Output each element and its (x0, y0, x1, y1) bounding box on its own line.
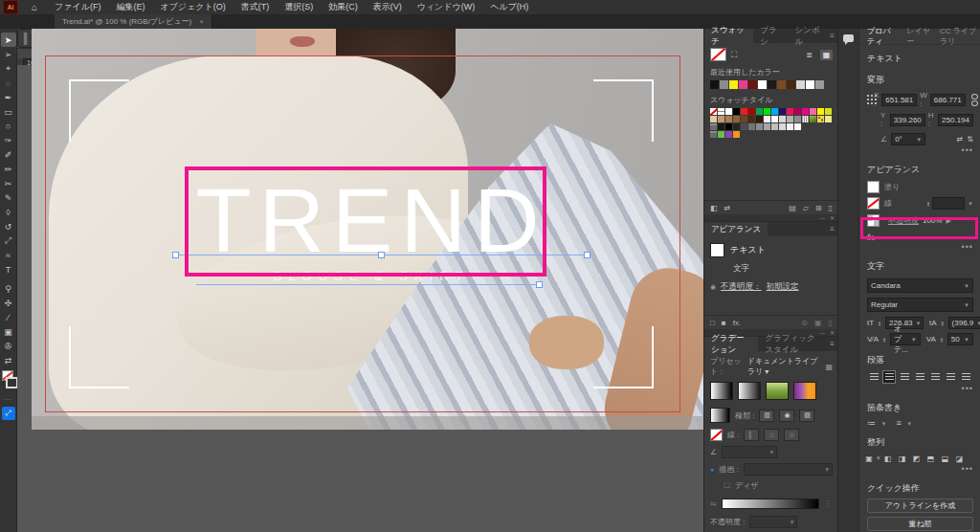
blob-brush-tool[interactable]: ✏ (1, 162, 16, 176)
paragraph-align-button[interactable] (929, 370, 943, 384)
opacity-expand-icon[interactable]: ▶ (946, 217, 950, 225)
angle-select[interactable]: ▾ (722, 446, 777, 458)
pen-tool[interactable]: ✒ (1, 90, 16, 104)
swatch-group-folder-icon[interactable] (710, 131, 717, 138)
gradient-preset-fade-black[interactable] (738, 382, 761, 400)
swatch[interactable] (741, 123, 747, 130)
swatch[interactable] (748, 116, 755, 122)
type-tool[interactable]: T (1, 262, 16, 277)
menu-item[interactable]: ファイル(F) (55, 1, 100, 13)
linear-gradient-button[interactable]: ▥ (759, 410, 774, 422)
swatch[interactable] (815, 80, 824, 89)
rotate-tool[interactable]: ↺ (1, 219, 16, 233)
paragraph-align-button[interactable] (882, 370, 896, 384)
lasso-tool[interactable]: ◌ (1, 76, 16, 90)
swatch[interactable] (718, 123, 724, 130)
ellipse-tool[interactable]: ○ (1, 119, 16, 133)
quick-action-button[interactable]: アウトラインを作成 (867, 499, 973, 513)
swatch[interactable] (787, 108, 793, 115)
stroke-weight-field[interactable] (932, 197, 965, 210)
swatches-tab[interactable]: シンボル (789, 29, 831, 43)
align-button[interactable]: ⬒ (924, 453, 937, 464)
swatch[interactable] (741, 116, 747, 122)
swatch[interactable] (779, 123, 786, 130)
gradient-ramp[interactable] (722, 499, 819, 509)
properties-tab[interactable]: CC ライブラリ (940, 26, 980, 47)
swatch[interactable] (768, 80, 776, 89)
visibility-eye-icon[interactable]: ◉ (710, 283, 716, 291)
preset-library-select[interactable]: ドキュメントライブラリ ▾ (747, 356, 818, 377)
delete-swatch-icon[interactable]: ▯ (829, 204, 833, 212)
new-swatch-icon[interactable]: ⊞ (815, 204, 822, 212)
stroke-along-button[interactable]: ⊙ (764, 429, 779, 441)
swatch[interactable] (771, 108, 778, 115)
grid-view-icon[interactable]: ▦ (820, 50, 833, 60)
knife-tool[interactable]: ✂ (1, 176, 16, 190)
swatches-tab[interactable]: スウォッチ (704, 29, 753, 43)
paragraph-more-icon[interactable]: ••• (867, 384, 973, 393)
leading-stepper[interactable]: ▲▼ (941, 321, 945, 326)
h-field[interactable]: 250.194 (938, 114, 973, 126)
stroke-swatch[interactable] (6, 377, 18, 388)
swatch[interactable] (725, 108, 732, 115)
align-button[interactable]: ◧ (881, 453, 894, 464)
flip-vertical-icon[interactable]: ⇅ (967, 135, 973, 144)
menu-item[interactable]: オブジェクト(O) (160, 1, 225, 13)
eyedropper-tool[interactable]: ✇ (1, 339, 16, 353)
swatch[interactable] (806, 80, 814, 89)
swatch[interactable] (756, 108, 763, 115)
selection-handle[interactable] (378, 252, 385, 258)
pattern-options-icon[interactable]: ⛶ (731, 50, 737, 60)
swatch[interactable] (718, 131, 724, 138)
close-icon[interactable]: ✕ (830, 329, 835, 336)
width-tool[interactable]: ≈ (1, 248, 16, 262)
x-field[interactable]: 651.581 (881, 94, 917, 106)
magic-wand-tool[interactable]: ⌖ (1, 61, 16, 76)
home-icon[interactable]: ⌂ (32, 2, 37, 12)
swatch[interactable] (748, 123, 755, 130)
swatch[interactable] (779, 108, 786, 115)
opacity-link[interactable]: 不透明度： (721, 281, 762, 293)
current-swatch-none[interactable] (710, 48, 726, 61)
swatch[interactable] (733, 131, 740, 138)
align-button[interactable]: ⬓ (939, 453, 951, 464)
new-group-icon[interactable]: ▱ (803, 204, 809, 212)
swatch[interactable] (796, 80, 805, 89)
canvas-area[interactable]: TREND BLOUSE & SKIRT ▍ Candara▼ Regular▼… (17, 29, 703, 532)
properties-tab[interactable]: プロパティ (867, 26, 898, 47)
swatch[interactable] (825, 116, 832, 122)
close-icon[interactable]: ✕ (830, 214, 835, 221)
swatch[interactable] (756, 123, 763, 130)
gradient-stroke-swatch[interactable] (710, 429, 723, 441)
rotation-select[interactable]: 0°▼ (891, 133, 925, 145)
fill-stroke-indicator[interactable] (1, 370, 16, 389)
selection-handle[interactable] (172, 252, 179, 258)
preset-menu-icon[interactable]: ▦ (825, 363, 833, 371)
stroke-weight-stepper[interactable]: ▲▼ (926, 201, 930, 207)
swatch[interactable] (725, 131, 732, 138)
swatches-tab[interactable]: ブラシ (753, 29, 788, 43)
selection-handle[interactable] (536, 281, 543, 288)
reverse-gradient-icon[interactable]: ⇋ (710, 499, 717, 508)
swatch[interactable] (710, 116, 717, 122)
swatch[interactable] (771, 123, 778, 130)
swatch[interactable] (794, 108, 801, 115)
artboard-tool[interactable]: ▣ (1, 324, 16, 339)
appearance-more-icon[interactable]: ••• (867, 242, 973, 252)
align-more-icon[interactable]: ••• (867, 464, 973, 474)
swatch[interactable] (817, 108, 824, 115)
draw-mode-select[interactable]: ▾ (744, 463, 833, 476)
paragraph-align-button[interactable] (867, 370, 880, 384)
y-field[interactable]: 339.260 (890, 114, 925, 126)
swatch[interactable] (733, 123, 740, 130)
appearance-item-label[interactable]: テキスト (730, 244, 766, 256)
transform-more-icon[interactable]: ••• (867, 145, 973, 155)
swatch[interactable] (739, 80, 747, 89)
shaper-tool[interactable]: ✎ (1, 190, 16, 205)
ramp-options-icon[interactable]: ⋮ (824, 499, 832, 508)
gradient-preset-white-black[interactable] (710, 382, 733, 400)
swatch[interactable] (748, 80, 757, 89)
paragraph-align-button[interactable] (913, 370, 926, 384)
font-family-select[interactable]: Candara▼ (867, 278, 973, 293)
swatch[interactable] (777, 80, 786, 89)
